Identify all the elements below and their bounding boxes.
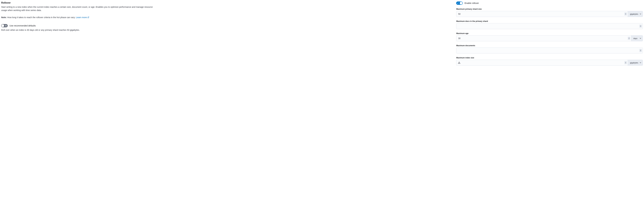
use-defaults-switch[interactable] bbox=[1, 24, 8, 27]
max-age-input[interactable] bbox=[456, 35, 631, 41]
max-documents-input[interactable] bbox=[456, 48, 643, 53]
stepper-icon[interactable] bbox=[639, 49, 642, 52]
chevron-down-icon bbox=[640, 62, 641, 63]
note-label: Note: bbox=[1, 16, 7, 19]
defaults-description: Roll over when an index is 30 days old o… bbox=[1, 29, 450, 31]
check-icon bbox=[457, 2, 459, 4]
stepper-icon[interactable] bbox=[624, 12, 627, 16]
max-docs-primary-shard-input[interactable] bbox=[456, 23, 643, 29]
use-defaults-label: Use recommended defaults bbox=[10, 25, 36, 27]
note-text: How long it takes to reach the rollover … bbox=[7, 16, 76, 19]
max-primary-shard-size-label: Maximum primary shard size bbox=[456, 8, 643, 10]
max-docs-primary-shard-label: Maximum docs in the primary shard bbox=[456, 20, 643, 22]
max-primary-shard-size-unit-select[interactable]: gigabytes bbox=[628, 11, 643, 17]
chevron-down-icon bbox=[640, 14, 641, 14]
stepper-icon[interactable] bbox=[628, 37, 630, 40]
rollover-note: Note: How long it takes to reach the rol… bbox=[1, 16, 450, 19]
max-index-size-input[interactable] bbox=[462, 60, 628, 66]
svg-point-0 bbox=[459, 63, 459, 63]
warning-icon bbox=[456, 60, 462, 66]
stepper-icon[interactable] bbox=[624, 61, 627, 64]
learn-more-link[interactable]: Learn more bbox=[76, 16, 89, 19]
external-link-icon bbox=[88, 16, 89, 19]
cross-icon bbox=[5, 25, 7, 26]
stepper-icon[interactable] bbox=[639, 25, 642, 28]
rollover-title: Rollover bbox=[1, 2, 450, 4]
max-index-size-label: Maximum index size bbox=[456, 57, 643, 59]
max-index-size-unit-select[interactable]: gigabytes bbox=[628, 60, 643, 66]
max-age-label: Maximum age bbox=[456, 32, 643, 34]
rollover-description: Start writing to a new index when the cu… bbox=[1, 5, 158, 12]
max-documents-label: Maximum documents bbox=[456, 45, 643, 47]
max-age-unit-select[interactable]: days bbox=[631, 35, 643, 41]
enable-rollover-switch[interactable] bbox=[456, 2, 463, 5]
enable-rollover-label: Enable rollover bbox=[464, 2, 479, 4]
max-primary-shard-size-input[interactable] bbox=[456, 11, 628, 17]
chevron-down-icon bbox=[640, 38, 641, 39]
